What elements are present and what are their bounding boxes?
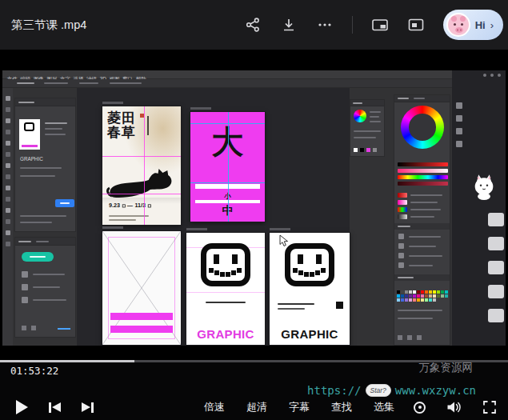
- guide-line: [144, 106, 145, 225]
- avatar-eye: [454, 23, 456, 26]
- tool-icon: [6, 208, 10, 213]
- ps-color-panel: [394, 94, 450, 346]
- swatch-grid: [397, 290, 450, 302]
- video-display[interactable]: 文件 编辑 图像 图层 文字 选择 滤镜 3D 视图 窗口 帮助: [0, 50, 508, 360]
- download-icon[interactable]: [280, 16, 298, 34]
- gradient-bar: [398, 182, 448, 186]
- quality-button[interactable]: 超清: [246, 400, 267, 414]
- color-swatch: [445, 290, 448, 294]
- pixel-smiley: [201, 243, 250, 286]
- color-swatch: [441, 290, 444, 294]
- mouse-cursor: [279, 234, 289, 247]
- poster-word: GRAPHIC: [270, 327, 350, 341]
- chevron-right-icon: ›: [490, 19, 494, 31]
- color-swatch: [397, 290, 400, 294]
- dock-icon: [456, 141, 462, 147]
- color-swatch: [429, 294, 432, 298]
- more-icon[interactable]: [316, 16, 334, 34]
- artboard-template: [102, 231, 181, 345]
- magenta-block: [110, 313, 173, 320]
- guide-line: [102, 194, 181, 194]
- find-button[interactable]: 查找: [331, 400, 352, 414]
- color-swatch: [441, 294, 444, 298]
- color-swatch: [425, 290, 428, 294]
- color-swatch: [421, 290, 424, 294]
- color-swatch: [413, 294, 416, 298]
- layer-name: GRAPHIC: [20, 156, 43, 162]
- color-swatch: [397, 298, 400, 302]
- guide-line: [228, 112, 229, 222]
- gradient-bar: [398, 175, 448, 179]
- tool-icon: [6, 107, 10, 112]
- previous-button[interactable]: [49, 402, 61, 413]
- video-player-window: 第三节课 .mp4: [0, 0, 508, 420]
- play-button[interactable]: [16, 400, 28, 414]
- color-swatch: [401, 298, 404, 302]
- current-time: 01:53:22: [10, 365, 58, 377]
- ps-left-panel-library: [14, 237, 76, 338]
- player-controls: 倍速 超清 字幕 查找 选集: [0, 395, 508, 419]
- tool-icon: [6, 219, 10, 224]
- progress-played: [0, 360, 134, 362]
- color-swatch: [437, 294, 440, 298]
- dock-thumbnail: [488, 285, 504, 298]
- logo-mark: [336, 302, 343, 309]
- margin-guide: [108, 237, 175, 339]
- episodes-button[interactable]: 选集: [374, 400, 394, 414]
- link-text-bar: [58, 328, 70, 330]
- pip-icon[interactable]: [371, 16, 389, 34]
- greeting-label: Hi: [475, 19, 486, 31]
- guide-line: [190, 123, 265, 124]
- ps-mini-color-panel: [350, 99, 385, 157]
- color-swatch: [433, 290, 436, 294]
- miniplayer-icon[interactable]: [407, 16, 425, 34]
- black-cat-illustration: [106, 167, 177, 199]
- speed-button[interactable]: 倍速: [204, 400, 225, 414]
- color-swatch: [413, 290, 416, 294]
- ps-toolbar: [2, 88, 13, 346]
- artboard-graphic-magenta: GRAPHIC: [186, 233, 265, 345]
- avatar-ear: [451, 16, 457, 22]
- mini-color-wheel: [354, 110, 366, 122]
- fullscreen-icon[interactable]: [482, 400, 497, 414]
- tool-icon: [6, 230, 10, 235]
- ps-options-bar: [2, 79, 506, 88]
- record-circle-icon[interactable]: [414, 402, 426, 414]
- color-swatch: [433, 294, 436, 298]
- ps-left-panel-layers: GRAPHIC: [14, 98, 76, 232]
- tool-icon: [6, 130, 10, 134]
- site-watermark: 万象资源网: [419, 361, 474, 375]
- dock-icon: [456, 115, 462, 122]
- next-button[interactable]: [82, 402, 94, 413]
- subtitle-button[interactable]: 字幕: [289, 400, 310, 414]
- dock-icon: [456, 128, 462, 134]
- color-swatch: [405, 290, 408, 294]
- color-swatch: [409, 290, 412, 294]
- teal-action-button: [22, 252, 54, 262]
- color-swatch: [409, 298, 412, 302]
- color-swatch: [409, 294, 412, 298]
- confirm-button: [55, 199, 74, 207]
- poster-title-vertical: 菱田 春草: [107, 111, 136, 139]
- dock-icon: [456, 102, 462, 109]
- tool-icon: [6, 174, 10, 179]
- tool-icon: [6, 96, 10, 101]
- avatar-ear: [460, 16, 466, 22]
- color-swatch: [417, 298, 420, 302]
- color-swatch: [405, 294, 408, 298]
- tool-icon: [6, 118, 10, 123]
- avatar-eye: [461, 23, 463, 26]
- color-wheel: [401, 106, 444, 149]
- account-pill[interactable]: Hi ›: [443, 10, 503, 40]
- dock-thumbnail: [488, 213, 504, 226]
- tool-icon: [6, 197, 10, 202]
- avatar-snout: [455, 27, 463, 33]
- share-icon[interactable]: [244, 16, 262, 34]
- tool-icon: [6, 186, 10, 190]
- ps-right-dock: [452, 70, 506, 346]
- color-swatch: [401, 294, 404, 298]
- artboard-hishida-poster: 菱田 春草 9.23 — 11/3: [102, 106, 181, 225]
- ps-app-frame: 文件 编辑 图像 图层 文字 选择 滤镜 3D 视图 窗口 帮助: [2, 70, 506, 346]
- window-controls: [483, 74, 501, 77]
- volume-icon[interactable]: [446, 400, 462, 414]
